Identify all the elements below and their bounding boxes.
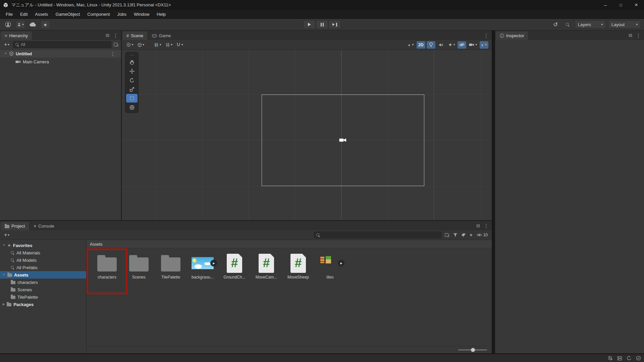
search-button[interactable] [563, 20, 572, 29]
picker-icon[interactable] [445, 233, 449, 237]
foldout-icon[interactable] [3, 274, 5, 276]
scene-visibility-toggle[interactable] [458, 41, 466, 49]
view-tool-button[interactable] [126, 58, 138, 66]
hierarchy-add-button[interactable] [3, 41, 11, 48]
subasset-expander-button[interactable] [338, 260, 344, 266]
project-search-field[interactable] [314, 232, 441, 238]
menu-file[interactable]: File [2, 10, 16, 18]
asset-item-groundcheck[interactable]: GroundCh... [219, 252, 250, 280]
undo-history-button[interactable] [551, 20, 560, 29]
tab-project[interactable]: Project [1, 222, 29, 230]
panel-menu-icon[interactable] [113, 33, 118, 38]
auto-refresh-icon[interactable] [627, 356, 632, 361]
dock-icon[interactable] [106, 33, 109, 38]
search-by-label-icon[interactable] [461, 233, 466, 237]
tree-item-all-materials[interactable]: All Materials [0, 249, 86, 256]
rotate-tool-button[interactable] [126, 76, 138, 84]
menu-help[interactable]: Help [153, 10, 169, 18]
picker-icon[interactable] [114, 43, 118, 47]
tool-handle-rotation-button[interactable] [136, 41, 146, 49]
tree-item-favorites[interactable]: Favorites [0, 242, 86, 249]
asset-item-characters[interactable]: characters [91, 252, 123, 280]
pause-button[interactable] [316, 20, 328, 29]
move-tool-button[interactable] [126, 67, 138, 75]
project-search-input[interactable] [322, 233, 439, 237]
snap-settings-button[interactable] [175, 41, 184, 49]
transform-tool-button[interactable] [126, 103, 138, 112]
2d-toggle-button[interactable]: 2D [417, 41, 425, 49]
scene-options-icon[interactable] [110, 51, 115, 56]
effects-dropdown[interactable] [447, 41, 457, 49]
tree-item-packages[interactable]: Packages [0, 301, 86, 308]
scale-tool-button[interactable] [126, 85, 138, 94]
tree-item-all-models[interactable]: All Models [0, 256, 86, 264]
tab-hierarchy[interactable]: Hierarchy [1, 32, 32, 40]
cache-server-icon[interactable] [617, 356, 622, 361]
tab-console[interactable]: Console [30, 222, 58, 230]
tree-item-characters[interactable]: characters [0, 279, 86, 286]
hierarchy-search-field[interactable]: All [13, 41, 111, 48]
draw-mode-dropdown[interactable] [407, 41, 415, 49]
dock-icon[interactable] [476, 224, 480, 228]
menu-gameobject[interactable]: GameObject [52, 10, 84, 18]
asset-item-tiles[interactable]: tiles [314, 252, 346, 280]
lighting-toggle-button[interactable] [427, 41, 435, 49]
asset-item-movecamera[interactable]: MoveCam... [251, 252, 282, 280]
panel-menu-icon[interactable] [484, 223, 489, 228]
audio-toggle-button[interactable] [437, 41, 445, 49]
tree-item-assets[interactable]: Assets [0, 271, 86, 279]
close-button[interactable] [635, 2, 638, 8]
project-add-button[interactable] [3, 232, 11, 238]
panel-menu-icon[interactable] [484, 33, 489, 38]
menu-window[interactable]: Window [130, 10, 153, 18]
asset-item-background[interactable]: backgraou... [187, 252, 218, 280]
camera-settings-dropdown[interactable] [468, 41, 478, 49]
version-control-button[interactable] [41, 20, 50, 29]
asset-item-tilepalette[interactable]: TilePalette [155, 252, 186, 280]
camera-gizmo[interactable] [339, 138, 346, 143]
menu-assets[interactable]: Assets [31, 10, 52, 18]
tab-inspector[interactable]: Inspector [496, 32, 528, 40]
rect-tool-button[interactable] [126, 94, 138, 103]
step-button[interactable] [329, 20, 341, 29]
tree-item-tilepalette[interactable]: TilePalette [0, 293, 86, 301]
asset-item-scenes[interactable]: Scenes [123, 252, 155, 280]
notifications-muted-icon[interactable] [608, 356, 613, 361]
hidden-items-toggle[interactable]: 10 [477, 233, 488, 237]
zoom-slider-thumb[interactable] [471, 348, 475, 352]
tab-game[interactable]: Game [148, 32, 175, 40]
tree-item-all-prefabs[interactable]: All Prefabs [0, 264, 86, 271]
menu-jobs[interactable]: Jobs [114, 10, 130, 18]
scene-canvas[interactable] [122, 50, 492, 220]
grid-visibility-button[interactable] [153, 41, 163, 49]
tab-scene[interactable]: Scene [122, 32, 147, 40]
maximize-button[interactable] [620, 3, 622, 7]
tool-handle-pivot-button[interactable] [125, 41, 135, 49]
zoom-slider[interactable] [458, 348, 487, 352]
foldout-icon[interactable] [3, 303, 5, 306]
compile-status-icon[interactable] [636, 356, 641, 361]
layers-dropdown[interactable]: Layers [575, 20, 606, 28]
panel-menu-icon[interactable] [636, 33, 641, 38]
grid-snap-button[interactable] [164, 41, 174, 49]
play-button[interactable] [303, 20, 315, 29]
layout-dropdown[interactable]: Layout [608, 20, 641, 28]
gizmos-dropdown[interactable] [480, 41, 488, 49]
asset-item-movesheep[interactable]: MoveSheep [282, 252, 314, 280]
favorites-filter-icon[interactable] [469, 233, 473, 237]
subasset-expander-button[interactable] [210, 260, 217, 266]
hierarchy-item-untitled[interactable]: Untitled [0, 50, 121, 58]
hierarchy-item-main-camera[interactable]: Main Camera [0, 58, 121, 66]
account-dropdown[interactable] [16, 20, 25, 29]
dock-icon[interactable] [629, 33, 632, 38]
tree-item-scenes[interactable]: Scenes [0, 286, 86, 293]
overlay-drag-handle[interactable] [125, 53, 138, 57]
search-by-type-icon[interactable] [453, 233, 458, 237]
menu-edit[interactable]: Edit [16, 10, 31, 18]
foldout-icon[interactable] [3, 244, 5, 247]
minimize-button[interactable] [604, 2, 607, 7]
foldout-icon[interactable] [4, 52, 7, 55]
menu-component[interactable]: Component [84, 10, 113, 18]
account-button[interactable] [3, 20, 13, 29]
cloud-button[interactable] [28, 20, 38, 29]
